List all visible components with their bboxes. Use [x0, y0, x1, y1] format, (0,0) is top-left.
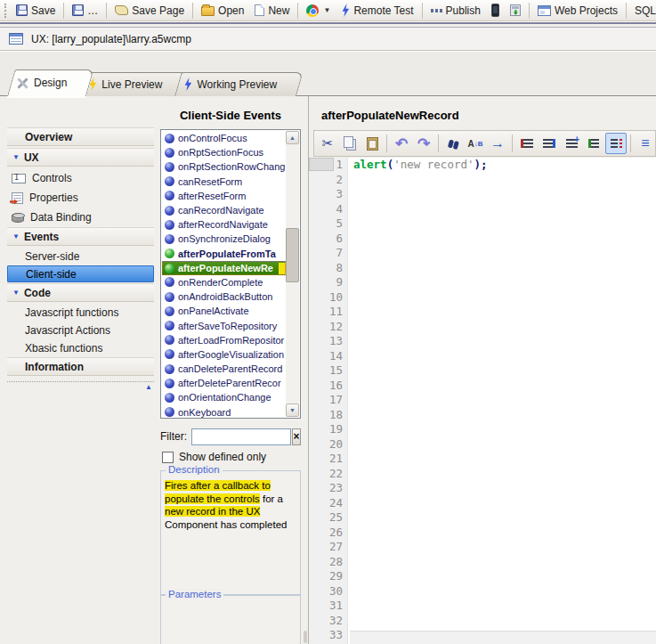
show-defined-row: Show defined only [162, 451, 266, 463]
scrollbar-thumb[interactable] [286, 228, 299, 282]
toolbar-button-new[interactable]: New [249, 2, 295, 20]
sidebar-item-properties[interactable]: Properties [7, 188, 154, 208]
sidebar-item-xbasic-functions[interactable]: Xbasic functions [7, 339, 154, 356]
sidebar-item-javascript-actions[interactable]: Javascript Actions [7, 322, 154, 338]
chevron-down-icon[interactable]: ▼ [12, 232, 20, 240]
toolbar-button-chrome[interactable]: ▼ [301, 2, 336, 20]
event-item-afterPopulateNewRe[interactable]: afterPopulateNewRe [162, 261, 286, 275]
event-item-onRptSectionRowChang[interactable]: onRptSectionRowChang [162, 159, 286, 174]
collapse-up-icon[interactable]: ▲ [145, 383, 152, 391]
replace-icon[interactable] [465, 133, 486, 154]
toolbar-button-web-projects[interactable]: Web Projects [532, 2, 623, 20]
sidebar-collapse-divider[interactable]: ▲ [7, 381, 154, 390]
outdent-icon[interactable] [539, 133, 560, 154]
editor-toolbar [313, 130, 656, 157]
filter-clear-button[interactable]: × [292, 428, 301, 445]
show-defined-checkbox[interactable] [162, 452, 174, 463]
event-item-onRenderComplete[interactable]: onRenderComplete [162, 275, 286, 289]
event-item-onAndroidBackButton[interactable]: onAndroidBackButton [162, 289, 286, 304]
align-icon[interactable] [583, 133, 604, 154]
event-item-canResetForm[interactable]: canResetForm [162, 175, 286, 189]
tab-design[interactable]: Design [7, 69, 86, 96]
toolbar-button-label: Remote Test [353, 4, 413, 17]
chevron-down-icon[interactable]: ▼ [12, 289, 20, 297]
code-line: 31 [309, 599, 656, 614]
insert-lines-icon[interactable] [561, 133, 582, 154]
sidebar-item-ux[interactable]: ▼UX [7, 148, 154, 167]
sidebar-item-code[interactable]: ▼Code [7, 283, 154, 302]
event-item-afterPopulateFromTa[interactable]: afterPopulateFromTa [162, 247, 286, 261]
line-number: 18 [309, 408, 343, 421]
chevron-down-icon[interactable]: ▼ [12, 153, 20, 161]
find-icon[interactable] [442, 133, 464, 154]
event-item-afterResetForm[interactable]: afterResetForm [162, 189, 286, 203]
event-item-canDeleteParentRecord[interactable]: canDeleteParentRecord [162, 362, 286, 376]
event-item-label: afterSaveToRepository [178, 321, 277, 331]
toolbar-button-phone[interactable] [486, 1, 505, 20]
goto-icon[interactable] [487, 133, 508, 154]
toolbar-button--[interactable]: … [67, 2, 103, 20]
toolbar-button-save-page[interactable]: Save Page [109, 2, 190, 20]
editor-hscrollbar[interactable] [350, 631, 656, 644]
event-item-onPanelActivate[interactable]: onPanelActivate [162, 304, 286, 318]
event-item-onRptSectionFocus[interactable]: onRptSectionFocus [162, 145, 286, 159]
event-item-onSynchronizeDialog[interactable]: onSynchronizeDialog [162, 232, 286, 246]
line-number: 16 [309, 379, 343, 392]
tab-live-preview[interactable]: Live Preview [79, 72, 182, 96]
cut-icon[interactable] [317, 133, 338, 154]
undo-icon[interactable] [391, 133, 412, 154]
redo-icon[interactable] [413, 133, 434, 154]
code-line: 21 [309, 452, 656, 467]
dropdown-arrow-icon[interactable]: ▼ [323, 6, 330, 14]
scroll-up-icon[interactable]: ▲ [286, 131, 299, 144]
sidebar-item-overview[interactable]: Overview [7, 127, 154, 146]
event-item-afterGoogleVisualization[interactable]: afterGoogleVisualization [162, 347, 286, 362]
toolbar-separator [192, 3, 193, 19]
event-item-afterLoadFromRepositor[interactable]: afterLoadFromRepositor [162, 333, 286, 347]
event-item-afterRecordNavigate[interactable]: afterRecordNavigate [162, 217, 286, 232]
blue-sphere-icon [165, 234, 174, 244]
bullet-list-icon[interactable] [635, 133, 656, 154]
show-margin-icon[interactable] [605, 133, 627, 154]
toolbar-button-publish[interactable]: Publish [425, 2, 486, 20]
event-item-onControlFocus[interactable]: onControlFocus [162, 131, 286, 145]
event-item-label: onAndroidBackButton [178, 291, 272, 302]
toolbar-button-sql[interactable]: SQL [629, 2, 656, 20]
sidebar-item-client-side[interactable]: Client-side [7, 265, 154, 282]
code-line[interactable]: 1alert('new record'); [309, 158, 656, 173]
code-text[interactable]: alert('new record'); [353, 158, 488, 171]
code-line: 4 [309, 202, 656, 217]
scroll-down-icon[interactable]: ▼ [286, 404, 299, 417]
toolbar-button-save[interactable]: Save [11, 2, 61, 20]
tab-working-preview[interactable]: Working Preview [174, 72, 296, 96]
blue-sphere-icon [165, 407, 174, 417]
blue-sphere-icon [165, 277, 174, 287]
event-item-afterSaveToRepository[interactable]: afterSaveToRepository [162, 318, 286, 332]
sidebar-item-server-side[interactable]: Server-side [7, 248, 154, 265]
copy-icon[interactable] [339, 133, 360, 154]
line-number: 27 [309, 540, 343, 553]
paste-icon[interactable] [361, 133, 383, 154]
sidebar-item-events[interactable]: ▼Events [7, 227, 154, 246]
sidebar-item-information[interactable]: Information [7, 357, 154, 376]
code-editor[interactable]: 1alert('new record');2345678910111213141… [309, 158, 656, 644]
filter-input[interactable] [191, 428, 291, 445]
toolbar-button-remote-test[interactable]: Remote Test [336, 1, 418, 20]
sidebar-item-data-binding[interactable]: Data Binding [7, 208, 154, 227]
toolbar-button-open[interactable]: Open [196, 2, 249, 20]
sidebar-item-controls[interactable]: Controls [7, 168, 154, 188]
indent-icon[interactable] [516, 133, 538, 154]
event-item-afterDeleteParentRecor[interactable]: afterDeleteParentRecor [162, 376, 286, 390]
green-sphere-icon [165, 264, 174, 273]
toolbar-button-calc[interactable] [505, 2, 526, 19]
event-item-onOrientationChange[interactable]: onOrientationChange [162, 390, 286, 404]
toolbar-grip[interactable] [4, 4, 6, 18]
event-item-onKeyboard[interactable]: onKeyboard [162, 405, 286, 419]
events-scrollbar[interactable]: ▲ ▼ [286, 131, 299, 417]
event-item-canRecordNavigate[interactable]: canRecordNavigate [162, 203, 286, 217]
sidebar-item-javascript-functions[interactable]: Javascript functions [7, 304, 154, 321]
publish-icon [431, 7, 442, 14]
line-number: 26 [309, 526, 343, 539]
panel-splitter-handle[interactable] [304, 631, 307, 643]
event-item-label: canDeleteParentRecord [178, 363, 282, 374]
